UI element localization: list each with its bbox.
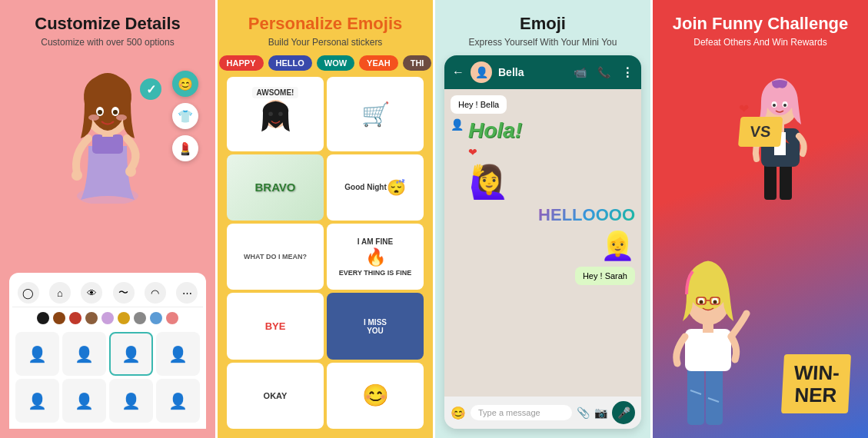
svg-point-7 <box>113 110 118 114</box>
tool-icon-lip[interactable]: ◠ <box>145 282 166 304</box>
hair-option[interactable]: 👤 <box>62 332 106 376</box>
mic-button[interactable]: 🎤 <box>612 401 635 424</box>
hair-option[interactable]: 👤 <box>15 379 59 423</box>
input-placeholder: Type a message <box>478 408 540 417</box>
tag-yeah[interactable]: YEAH <box>359 55 398 71</box>
check-overlay: ✓ <box>140 78 161 100</box>
sticker-awsome[interactable]: AWSOME! <box>227 77 324 151</box>
chat-avatar: 👤 <box>471 61 492 83</box>
svg-rect-29 <box>764 163 777 200</box>
tool-icon-eye[interactable]: 👁 <box>81 282 102 304</box>
svg-point-9 <box>116 114 127 121</box>
hair-option[interactable]: 👤 <box>156 379 200 423</box>
emoji-icon[interactable]: 😊 <box>451 406 466 420</box>
heart-icon: ❤ <box>468 146 522 158</box>
hair-option[interactable]: 👤 <box>62 379 106 423</box>
tool-icons-row: ◯ ⌂ 👁 〜 ◠ ⋯ <box>12 279 203 307</box>
svg-point-11 <box>125 166 136 177</box>
bottom-tools: ◯ ⌂ 👁 〜 ◠ ⋯ 👤 👤 👤 👤 👤 👤 👤 👤 <box>9 273 206 429</box>
avatar-sticker-area: 🙋‍♀️ <box>469 163 635 201</box>
color-dot[interactable] <box>101 312 114 324</box>
svg-rect-15 <box>687 367 704 425</box>
tag-happy[interactable]: HAPPY <box>219 55 264 71</box>
menu-icon[interactable]: ⋮ <box>621 65 634 80</box>
panel3-title: Emoji <box>520 14 566 34</box>
panel1-title: Customize Details <box>35 14 181 34</box>
hair-options: 👤 👤 👤 👤 👤 👤 👤 👤 <box>12 329 203 426</box>
svg-rect-19 <box>685 329 731 371</box>
tag-hello[interactable]: HELLO <box>268 55 312 71</box>
color-dot[interactable] <box>134 312 146 324</box>
svg-rect-1 <box>92 134 123 154</box>
sticker-okay[interactable]: OKAY <box>227 363 324 429</box>
sticker-shopping[interactable]: 🛒 <box>327 77 424 151</box>
sticker-avatar <box>254 100 297 142</box>
message-hey-sarah: Hey ! Sarah <box>583 271 627 280</box>
svg-point-8 <box>88 114 99 121</box>
panel4-subtitle: Defeat Others And Win Rewards <box>693 37 826 48</box>
call-icon[interactable]: 📞 <box>597 66 610 78</box>
tag-thi[interactable]: THI <box>403 55 432 71</box>
winner-badge: WIN-NER <box>781 354 851 413</box>
panel2-title: Personalize Emojis <box>248 14 403 34</box>
chat-header: ← 👤 Bella 📹 📞 ⋮ <box>444 55 641 89</box>
sticker-missyou[interactable]: I MISSYOU <box>327 293 424 359</box>
vs-badge: VS <box>738 117 783 147</box>
accessory-icon-btn[interactable]: 💄 <box>172 135 198 161</box>
hair-option[interactable]: 👤 <box>15 332 59 376</box>
tag-wow[interactable]: WOW <box>317 55 354 71</box>
chat-name: Bella <box>498 66 567 78</box>
chat-input-bar: 😊 Type a message 📎 📷 🎤 <box>444 397 641 429</box>
panel-emoji-chat: Emoji Express Yourself With Your Mini Yo… <box>435 0 653 438</box>
panel2-subtitle: Build Your Personal stickers <box>268 37 383 48</box>
avatar-area: ✓ 😊 👕 💄 <box>9 55 206 209</box>
tool-icon-home[interactable]: ⌂ <box>49 282 71 304</box>
panel3-subtitle: Express Yourself With Your Mini You <box>469 37 617 48</box>
camera-icon[interactable]: 📷 <box>594 406 607 419</box>
svg-point-24 <box>700 300 703 304</box>
shirt-icon-btn[interactable]: 👕 <box>172 103 198 129</box>
panel4-title: Join Funny Challenge <box>673 14 849 34</box>
hair-option[interactable]: 👤 <box>156 332 200 376</box>
chat-bubble-sent: Hey ! Sarah <box>575 267 635 285</box>
sticker-whatdoimean[interactable]: WHAT DO I MEAN? <box>227 224 324 290</box>
sticker-hola-area: 👤 Hola! ❤ <box>451 118 635 158</box>
chat-phone-frame: ← 👤 Bella 📹 📞 ⋮ Hey ! Bella 👤 Hola! ❤ <box>444 55 641 429</box>
color-dot[interactable] <box>37 312 49 324</box>
color-dot[interactable] <box>53 312 65 324</box>
svg-rect-16 <box>706 367 723 425</box>
helloooo-sticker: HELLOOOO <box>538 205 635 225</box>
svg-rect-30 <box>780 163 792 200</box>
avatar-main-girl <box>666 237 750 429</box>
color-dot[interactable] <box>85 312 98 324</box>
hair-option[interactable]: 👤 <box>109 379 153 423</box>
tool-icon-face[interactable]: ◯ <box>18 282 39 304</box>
face-icon-btn[interactable]: 😊 <box>172 71 198 97</box>
sticker-bye[interactable]: BYE <box>227 293 324 359</box>
customize-icons: ✓ 😊 👕 💄 <box>172 71 198 161</box>
tool-icon-more[interactable]: ⋯ <box>176 282 198 304</box>
color-dot[interactable] <box>69 312 81 324</box>
back-arrow-icon[interactable]: ← <box>452 65 464 79</box>
blonde-avatar-area: 👱‍♀️ <box>451 230 635 262</box>
hair-option-selected[interactable]: 👤 <box>109 332 153 376</box>
tool-icon-eyebrow[interactable]: 〜 <box>113 282 135 304</box>
sticker-iamfine[interactable]: I AM FINE 🔥 EVERY THING IS FINE <box>327 224 424 290</box>
video-icon[interactable]: 📹 <box>574 66 587 78</box>
color-dot[interactable] <box>166 312 178 324</box>
chat-input-field[interactable]: Type a message <box>471 405 572 420</box>
svg-point-14 <box>278 111 283 116</box>
sticker-goodnight[interactable]: Good Night 😴 <box>327 154 424 221</box>
color-row <box>12 307 203 329</box>
attachment-icon[interactable]: 📎 <box>577 406 590 419</box>
color-dot[interactable] <box>150 312 162 324</box>
color-dot[interactable] <box>118 312 130 324</box>
sticker-group: Hola! ❤ <box>468 118 522 158</box>
sticker-bravo[interactable]: BRAVO <box>227 154 324 221</box>
message-hey-bella: Hey ! Bella <box>458 100 499 109</box>
chat-body: Hey ! Bella 👤 Hola! ❤ 🙋‍♀️ HELLOOOO 👱‍♀ <box>444 89 641 397</box>
svg-point-25 <box>713 300 717 304</box>
svg-point-38 <box>783 104 787 107</box>
chat-bubble-received: Hey ! Bella <box>451 95 507 114</box>
sticker-face[interactable]: 😊 <box>327 363 424 429</box>
